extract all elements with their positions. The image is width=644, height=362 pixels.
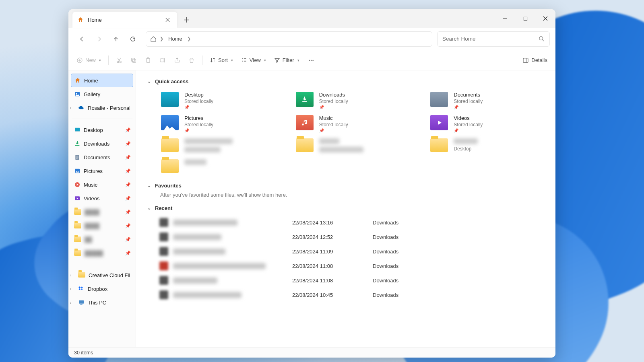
share-button[interactable] xyxy=(171,53,184,67)
sort-button[interactable]: Sort ▾ xyxy=(206,53,236,67)
search-input[interactable] xyxy=(442,36,535,42)
sidebar-item-label: ████ xyxy=(85,209,99,215)
file-icon xyxy=(159,218,168,227)
close-tab-icon[interactable] xyxy=(163,15,172,25)
sidebar-item-videos[interactable]: Videos 📌 xyxy=(71,191,133,205)
qa-music[interactable]: MusicStored locally📌 xyxy=(294,113,413,134)
maximize-button[interactable] xyxy=(515,9,535,28)
svg-rect-0 xyxy=(524,17,527,20)
qa-downloads[interactable]: DownloadsStored locally📌 xyxy=(294,90,413,111)
qa-videos[interactable]: VideosStored locally📌 xyxy=(429,113,547,134)
pin-icon: 📌 xyxy=(454,105,483,109)
search-box[interactable] xyxy=(437,31,550,47)
qa-documents[interactable]: DocumentsStored locally📌 xyxy=(429,90,547,111)
sidebar-item-dropbox[interactable]: › Dropbox xyxy=(71,282,133,296)
pin-icon: 📌 xyxy=(454,128,483,133)
videos-icon xyxy=(430,115,448,130)
breadcrumb-home[interactable]: Home xyxy=(167,35,184,43)
recent-row[interactable]: 22/08/2024 11:08Downloads xyxy=(159,273,547,288)
chevron-down-icon: ▾ xyxy=(231,58,233,62)
section-label: Favourites xyxy=(155,183,182,189)
svg-rect-27 xyxy=(80,304,82,304)
chevron-right-icon[interactable]: › xyxy=(70,300,71,305)
sidebar-item-music[interactable]: Music 📌 xyxy=(71,178,133,191)
qa-desktop[interactable]: DesktopStored locally📌 xyxy=(159,90,278,111)
copy-button[interactable] xyxy=(127,53,140,67)
sidebar-item-documents[interactable]: Documents 📌 xyxy=(71,150,133,164)
recent-row[interactable]: 22/08/2024 13:16Downloads xyxy=(159,215,547,230)
downloads-icon xyxy=(74,140,80,147)
paste-button[interactable] xyxy=(142,53,155,67)
details-pane-button[interactable]: Details xyxy=(519,53,551,67)
delete-button[interactable] xyxy=(185,53,198,67)
recent-row[interactable]: 22/08/2024 11:08Downloads xyxy=(159,259,547,273)
more-button[interactable] xyxy=(304,53,318,67)
svg-rect-26 xyxy=(79,300,84,304)
file-icon xyxy=(159,261,168,270)
section-quick-access[interactable]: ⌄ Quick access xyxy=(147,78,547,84)
recent-row[interactable]: 22/08/2024 12:52Downloads xyxy=(159,230,547,244)
close-window-button[interactable] xyxy=(535,9,555,28)
pin-icon: 📌 xyxy=(319,128,348,133)
svg-point-12 xyxy=(312,60,313,60)
sidebar-item-pictures[interactable]: Pictures 📌 xyxy=(71,164,133,178)
sidebar-item-folder[interactable]: ██📌 xyxy=(71,232,133,246)
qa-pictures[interactable]: PicturesStored locally📌 xyxy=(159,113,278,134)
recent-row[interactable]: 22/08/2024 11:09Downloads xyxy=(159,244,547,259)
new-tab-button[interactable] xyxy=(180,13,193,27)
item-count: 30 items xyxy=(74,350,93,356)
sidebar-item-onedrive[interactable]: › Rosalie - Personal xyxy=(71,101,133,115)
sidebar-item-downloads[interactable]: Downloads 📌 xyxy=(71,137,133,150)
back-button[interactable] xyxy=(74,31,90,47)
sidebar-item-label: Rosalie - Personal xyxy=(88,105,130,111)
section-recent[interactable]: ⌄ Recent xyxy=(147,205,547,211)
cut-button[interactable] xyxy=(113,53,126,67)
pin-icon: 📌 xyxy=(125,223,131,228)
videos-icon xyxy=(74,195,80,202)
rename-button[interactable] xyxy=(156,53,169,67)
sidebar-item-folder[interactable]: █████📌 xyxy=(71,246,133,260)
filter-button[interactable]: Filter ▾ xyxy=(271,53,303,67)
sidebar-item-creative-cloud[interactable]: › Creative Cloud Files xyxy=(71,268,133,282)
section-favourites[interactable]: ⌄ Favourites xyxy=(147,183,547,189)
toolbar: New ▾ Sort ▾ View ▾ Filter ▾ xyxy=(68,50,555,70)
sidebar-item-desktop[interactable]: Desktop 📌 xyxy=(71,123,133,137)
home-icon xyxy=(77,16,84,23)
window-controls xyxy=(495,9,555,28)
recent-row[interactable]: 22/08/2024 10:45Downloads xyxy=(159,288,547,302)
forward-button[interactable] xyxy=(91,31,107,47)
folder-icon xyxy=(161,138,179,152)
chevron-right-icon[interactable]: › xyxy=(70,273,71,278)
qa-folder[interactable] xyxy=(294,137,413,155)
sidebar-item-home[interactable]: Home xyxy=(71,74,133,87)
sidebar-item-label: Creative Cloud Files xyxy=(89,272,130,278)
recent-date: 22/08/2024 11:08 xyxy=(292,263,373,269)
chevron-right-icon[interactable]: › xyxy=(70,106,71,110)
refresh-button[interactable] xyxy=(125,31,141,47)
titlebar: Home xyxy=(68,9,555,28)
sidebar-item-folder[interactable]: ████📌 xyxy=(71,205,133,219)
sidebar-item-gallery[interactable]: Gallery xyxy=(71,87,133,101)
minimize-button[interactable] xyxy=(495,9,515,28)
qa-folder[interactable]: Desktop xyxy=(429,137,547,155)
gallery-icon xyxy=(74,91,80,97)
chevron-right-icon[interactable]: › xyxy=(70,287,71,291)
qa-folder[interactable] xyxy=(159,137,278,155)
new-button[interactable]: New ▾ xyxy=(73,53,104,67)
recent-list: 22/08/2024 13:16Downloads 22/08/2024 12:… xyxy=(159,215,547,302)
address-bar[interactable]: ❯ Home ❯ xyxy=(146,31,432,47)
recent-date: 22/08/2024 11:08 xyxy=(292,278,373,284)
sidebar-item-folder[interactable]: ████📌 xyxy=(71,219,133,232)
up-button[interactable] xyxy=(108,31,124,47)
sidebar-item-this-pc[interactable]: › This PC xyxy=(71,296,133,309)
qa-folder[interactable] xyxy=(159,158,278,175)
view-button[interactable]: View ▾ xyxy=(238,53,269,67)
chevron-right-icon[interactable]: ❯ xyxy=(187,36,191,41)
creative-cloud-icon xyxy=(78,272,85,279)
folder-icon xyxy=(296,138,314,152)
svg-rect-20 xyxy=(76,156,78,156)
tab-home[interactable]: Home xyxy=(72,12,177,28)
sidebar-item-label: █████ xyxy=(85,250,103,256)
folder-icon xyxy=(74,209,81,215)
search-icon[interactable] xyxy=(539,36,545,42)
